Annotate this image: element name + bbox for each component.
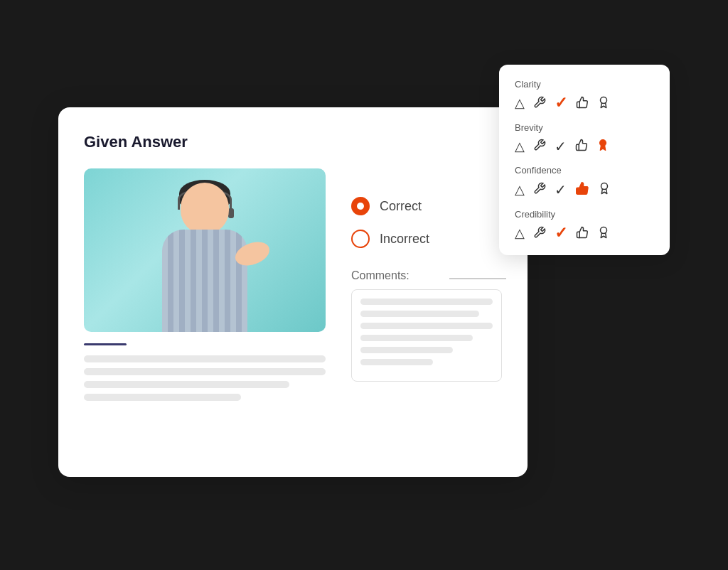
person-shirt [162, 230, 247, 332]
given-answer-title: Given Answer [84, 133, 502, 151]
badge-icon-confidence[interactable] [598, 182, 611, 197]
badge-icon-clarity[interactable] [597, 96, 610, 111]
metric-row-brevity: Brevity △ ✓ [515, 122, 654, 154]
text-line [84, 381, 289, 388]
person-section [84, 168, 326, 401]
warning-icon-brevity[interactable]: △ [515, 140, 525, 153]
warning-icon[interactable]: △ [515, 97, 525, 109]
metric-icons-brevity: △ ✓ [515, 139, 654, 154]
person-head [181, 183, 229, 234]
metric-icons-confidence: △ ✓ [515, 181, 654, 198]
main-card: Given Answer [58, 107, 528, 477]
comment-line [360, 323, 493, 329]
comments-box[interactable] [351, 289, 502, 382]
check-icon-clarity[interactable]: ✓ [555, 95, 567, 111]
wrench-icon-credibility[interactable] [533, 226, 546, 241]
radio-group: Correct Incorrect [351, 197, 502, 248]
thumb-icon-clarity[interactable] [576, 96, 589, 111]
radio-incorrect[interactable]: Incorrect [351, 230, 502, 248]
metric-icons-credibility: △ ✓ [515, 225, 654, 241]
check-icon-brevity[interactable]: ✓ [555, 139, 567, 154]
connector-line [449, 278, 506, 279]
comment-line [360, 347, 453, 353]
comment-line [360, 299, 493, 305]
card-right: Correct Incorrect Comments: [351, 168, 502, 382]
check-icon-credibility[interactable]: ✓ [555, 225, 567, 241]
badge-icon-credibility[interactable] [597, 226, 610, 241]
warning-icon-credibility[interactable]: △ [515, 227, 525, 240]
wrench-icon-brevity[interactable] [533, 139, 546, 154]
wrench-icon[interactable] [533, 96, 546, 111]
person-image [84, 168, 326, 332]
metric-row-confidence: Confidence △ ✓ [515, 165, 654, 198]
metric-name-credibility: Credibility [515, 209, 654, 220]
text-lines-section [84, 355, 326, 401]
svg-point-1 [600, 140, 606, 146]
metrics-card: Clarity △ ✓ [499, 65, 670, 255]
radio-correct[interactable]: Correct [351, 197, 502, 215]
check-icon-confidence[interactable]: ✓ [555, 183, 567, 197]
text-line [84, 394, 241, 401]
thumb-icon-credibility[interactable] [576, 226, 589, 241]
radio-label-correct: Correct [380, 199, 422, 214]
thumb-icon-brevity[interactable] [575, 139, 588, 154]
thumb-icon-confidence[interactable] [575, 181, 589, 198]
comment-line [360, 311, 479, 317]
comment-line [360, 359, 433, 365]
radio-circle-correct[interactable] [351, 197, 370, 215]
person-figure [134, 176, 276, 332]
metric-name-brevity: Brevity [515, 122, 654, 133]
warning-icon-confidence[interactable]: △ [515, 183, 525, 196]
wrench-icon-confidence[interactable] [533, 182, 546, 197]
comments-label: Comments: [351, 269, 502, 282]
radio-label-incorrect: Incorrect [380, 232, 429, 247]
text-line [84, 368, 326, 375]
underline-bar [84, 343, 127, 345]
metric-row-credibility: Credibility △ ✓ [515, 209, 654, 241]
metric-name-clarity: Clarity [515, 79, 654, 90]
metric-row-clarity: Clarity △ ✓ [515, 79, 654, 111]
card-content: Correct Incorrect Comments: [84, 168, 502, 401]
radio-circle-incorrect[interactable] [351, 230, 370, 248]
scene: Given Answer [58, 65, 670, 505]
text-line [84, 355, 326, 362]
comment-line [360, 335, 473, 341]
badge-icon-brevity[interactable] [596, 139, 609, 154]
metric-name-confidence: Confidence [515, 165, 654, 176]
metric-icons-clarity: △ ✓ [515, 95, 654, 111]
